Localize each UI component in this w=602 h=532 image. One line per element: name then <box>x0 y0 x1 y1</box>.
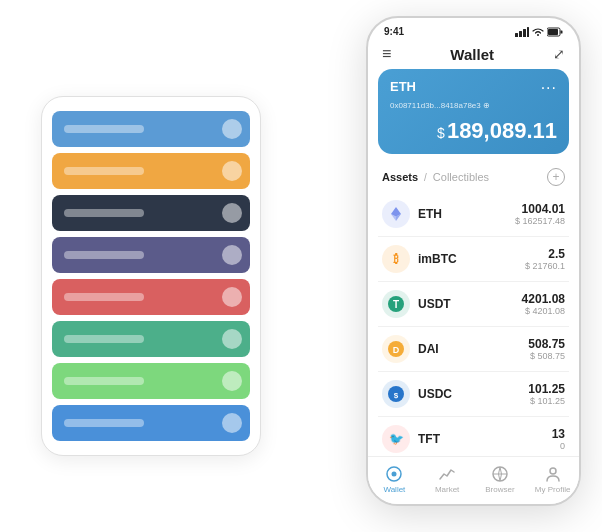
card-icon <box>222 287 242 307</box>
table-row[interactable]: $ USDC 101.25 $ 101.25 <box>378 372 569 417</box>
card-label <box>64 125 144 133</box>
tab-collectibles[interactable]: Collectibles <box>433 171 489 183</box>
card-icon <box>222 119 242 139</box>
bottom-navigation: Wallet Market Browser <box>368 456 579 504</box>
list-item[interactable] <box>52 195 250 231</box>
card-label <box>64 167 144 175</box>
asset-amounts-eth: 1004.01 $ 162517.48 <box>515 202 565 226</box>
assets-header: Assets / Collectibles + <box>368 164 579 192</box>
tab-divider: / <box>424 172 427 183</box>
nav-label-profile: My Profile <box>535 485 571 494</box>
asset-amount-main: 101.25 <box>528 382 565 396</box>
list-item[interactable] <box>52 321 250 357</box>
asset-amount-usd: $ 4201.08 <box>522 306 565 316</box>
svg-text:D: D <box>393 345 400 355</box>
card-icon <box>222 371 242 391</box>
asset-amount-main: 508.75 <box>528 337 565 351</box>
list-item[interactable] <box>52 111 250 147</box>
asset-amount-main: 4201.08 <box>522 292 565 306</box>
svg-rect-3 <box>527 27 529 37</box>
card-stack <box>41 96 261 456</box>
asset-amount-usd: $ 21760.1 <box>525 261 565 271</box>
card-icon <box>222 329 242 349</box>
svg-rect-6 <box>548 29 558 35</box>
list-item[interactable] <box>52 279 250 315</box>
asset-icon-usdt: T <box>382 290 410 318</box>
svg-point-20 <box>550 468 556 474</box>
table-row[interactable]: ETH 1004.01 $ 162517.48 <box>378 192 569 237</box>
market-nav-icon <box>438 465 456 483</box>
card-icon <box>222 245 242 265</box>
svg-point-17 <box>392 472 397 477</box>
list-item[interactable] <box>52 237 250 273</box>
list-item[interactable] <box>52 405 250 441</box>
card-label <box>64 335 144 343</box>
nav-label-market: Market <box>435 485 459 494</box>
menu-icon[interactable]: ≡ <box>382 45 391 63</box>
currency-sign: $ <box>437 125 445 141</box>
list-item[interactable] <box>52 363 250 399</box>
asset-amounts-imbtc: 2.5 $ 21760.1 <box>525 247 565 271</box>
asset-amount-usd: $ 101.25 <box>528 396 565 406</box>
expand-icon[interactable]: ⤢ <box>553 46 565 62</box>
asset-amount-main: 2.5 <box>525 247 565 261</box>
asset-list: ETH 1004.01 $ 162517.48 ₿ imBTC 2.5 $ 21… <box>368 192 579 456</box>
table-row[interactable]: D DAI 508.75 $ 508.75 <box>378 327 569 372</box>
card-label <box>64 209 144 217</box>
asset-amount-main: 1004.01 <box>515 202 565 216</box>
asset-name-eth: ETH <box>418 207 515 221</box>
asset-amount-main: 13 <box>552 427 565 441</box>
nav-label-wallet: Wallet <box>383 485 405 494</box>
card-label <box>64 419 144 427</box>
table-row[interactable]: T USDT 4201.08 $ 4201.08 <box>378 282 569 327</box>
asset-amount-usd: 0 <box>552 441 565 451</box>
status-time: 9:41 <box>384 26 404 37</box>
wallet-options-button[interactable]: ··· <box>541 79 557 97</box>
asset-icon-imbtc: ₿ <box>382 245 410 273</box>
svg-rect-2 <box>523 29 526 37</box>
nav-item-profile[interactable]: My Profile <box>533 465 573 494</box>
asset-amounts-usdt: 4201.08 $ 4201.08 <box>522 292 565 316</box>
phone-mockup: 9:41 <box>366 16 581 506</box>
svg-rect-5 <box>561 30 563 33</box>
add-asset-button[interactable]: + <box>547 168 565 186</box>
nav-item-browser[interactable]: Browser <box>480 465 520 494</box>
nav-item-wallet[interactable]: Wallet <box>374 465 414 494</box>
asset-amounts-tft: 13 0 <box>552 427 565 451</box>
top-navigation: ≡ Wallet ⤢ <box>368 41 579 69</box>
tab-assets[interactable]: Assets <box>382 171 418 183</box>
wallet-address: 0x08711d3b...8418a78e3 ⊕ <box>390 101 557 110</box>
card-label <box>64 377 144 385</box>
status-icons <box>515 27 563 37</box>
asset-icon-dai: D <box>382 335 410 363</box>
eth-icon <box>388 206 404 222</box>
asset-amounts-dai: 508.75 $ 508.75 <box>528 337 565 361</box>
wallet-coin-name: ETH <box>390 79 416 94</box>
svg-rect-1 <box>519 31 522 37</box>
card-icon <box>222 413 242 433</box>
svg-text:T: T <box>393 299 399 310</box>
table-row[interactable]: 🐦 TFT 13 0 <box>378 417 569 456</box>
status-bar: 9:41 <box>368 18 579 41</box>
dai-icon: D <box>387 340 405 358</box>
card-icon <box>222 161 242 181</box>
battery-icon <box>547 27 563 37</box>
wallet-card[interactable]: ETH ··· 0x08711d3b...8418a78e3 ⊕ $189,08… <box>378 69 569 154</box>
asset-name-tft: TFT <box>418 432 552 446</box>
assets-tabs: Assets / Collectibles <box>382 171 489 183</box>
asset-amount-usd: $ 508.75 <box>528 351 565 361</box>
wallet-balance: $189,089.11 <box>390 118 557 144</box>
svg-rect-0 <box>515 33 518 37</box>
nav-item-market[interactable]: Market <box>427 465 467 494</box>
asset-amount-usd: $ 162517.48 <box>515 216 565 226</box>
usdc-icon: $ <box>387 385 405 403</box>
asset-amounts-usdc: 101.25 $ 101.25 <box>528 382 565 406</box>
card-label <box>64 293 144 301</box>
list-item[interactable] <box>52 153 250 189</box>
signal-icon <box>515 27 529 37</box>
asset-icon-usdc: $ <box>382 380 410 408</box>
page-title: Wallet <box>450 46 494 63</box>
card-label <box>64 251 144 259</box>
asset-name-imbtc: imBTC <box>418 252 525 266</box>
table-row[interactable]: ₿ imBTC 2.5 $ 21760.1 <box>378 237 569 282</box>
